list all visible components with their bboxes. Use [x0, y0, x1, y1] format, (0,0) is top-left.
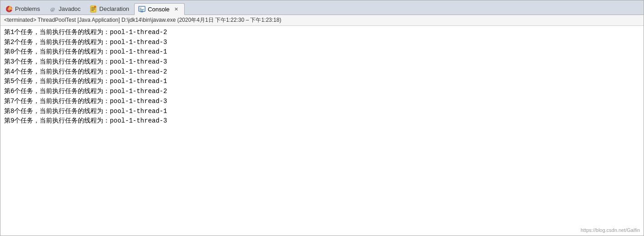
tab-declaration-label: Declaration [99, 5, 129, 12]
console-line: 第6个任务，当前执行任务的线程为：pool-1-thread-2 [4, 87, 640, 97]
console-line: 第5个任务，当前执行任务的线程为：pool-1-thread-1 [4, 77, 640, 87]
console-line: 第4个任务，当前执行任务的线程为：pool-1-thread-2 [4, 67, 640, 77]
svg-rect-8 [94, 6, 96, 8]
console-output: 第1个任务，当前执行任务的线程为：pool-1-thread-2第2个任务，当前… [0, 26, 644, 236]
status-text: <terminated> ThreadPoolTest [Java Applic… [4, 17, 281, 23]
eclipse-window: ! ! Problems @ Javadoc [0, 0, 644, 236]
console-line: 第7个任务，当前执行任务的线程为：pool-1-thread-3 [4, 97, 640, 107]
svg-rect-10 [141, 11, 143, 12]
tab-console[interactable]: Console ✕ [134, 3, 185, 15]
console-line: 第0个任务，当前执行任务的线程为：pool-1-thread-1 [4, 47, 640, 57]
svg-text:!: ! [10, 7, 10, 10]
problems-icon: ! ! [5, 5, 13, 13]
tab-javadoc[interactable]: @ Javadoc [45, 3, 86, 15]
console-line: 第8个任务，当前执行任务的线程为：pool-1-thread-1 [4, 107, 640, 117]
tab-declaration[interactable]: Declaration [86, 3, 134, 15]
declaration-icon [90, 5, 97, 13]
tab-bar: ! ! Problems @ Javadoc [0, 0, 644, 15]
console-line: 第1个任务，当前执行任务的线程为：pool-1-thread-2 [4, 28, 640, 38]
console-icon [138, 5, 146, 13]
svg-rect-9 [139, 6, 145, 11]
console-line: 第3个任务，当前执行任务的线程为：pool-1-thread-3 [4, 57, 640, 67]
console-line: 第9个任务，当前执行任务的线程为：pool-1-thread-3 [4, 116, 640, 126]
javadoc-icon: @ [49, 5, 56, 13]
tab-problems-label: Problems [15, 5, 40, 12]
console-line: 第2个任务，当前执行任务的线程为：pool-1-thread-3 [4, 38, 640, 48]
status-bar: <terminated> ThreadPoolTest [Java Applic… [0, 15, 644, 26]
console-close-button[interactable]: ✕ [173, 6, 180, 12]
tab-javadoc-label: Javadoc [59, 5, 80, 12]
tab-problems[interactable]: ! ! Problems [1, 3, 45, 15]
tab-console-label: Console [148, 6, 170, 13]
watermark: https://blog.csdn.net/Galfin [581, 227, 640, 233]
